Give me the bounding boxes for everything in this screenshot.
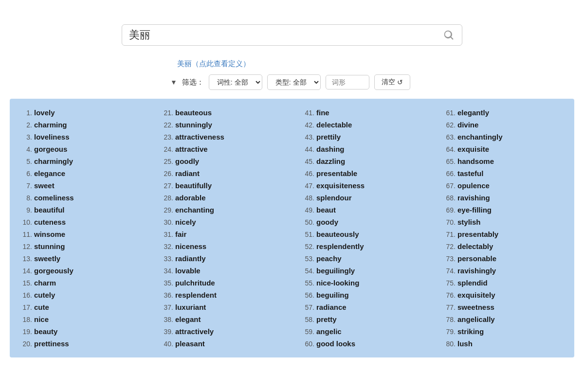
list-item[interactable]: 54.beguilingly [297,265,428,277]
word-number: 17. [16,303,32,311]
list-item[interactable]: 18.nice [15,313,146,325]
list-item[interactable]: 31.fair [156,228,287,240]
list-item[interactable]: 2.charming [15,119,146,131]
word-text: splendour [316,194,352,202]
list-item[interactable]: 21.beauteous [156,107,287,119]
list-item[interactable]: 20.prettiness [15,338,146,350]
list-item[interactable]: 49.beaut [297,204,428,216]
word-number: 21. [157,109,173,117]
list-item[interactable]: 58.pretty [297,313,428,325]
search-button[interactable] [442,29,455,41]
word-form-input[interactable] [326,75,369,89]
clear-button[interactable]: 清空 ↺ [374,74,410,90]
list-item[interactable]: 1.lovely [15,107,146,119]
list-item[interactable]: 66.tasteful [438,167,569,179]
list-item[interactable]: 26.radiant [156,167,287,179]
list-item[interactable]: 8.comeliness [15,192,146,204]
list-item[interactable]: 50.goody [297,216,428,228]
list-item[interactable]: 43.prettily [297,131,428,143]
word-text: radiantly [175,254,206,263]
list-item[interactable]: 36.resplendent [156,289,287,301]
list-item[interactable]: 25.goodly [156,155,287,167]
word-text: pulchritude [175,279,215,287]
list-item[interactable]: 16.cutely [15,289,146,301]
list-item[interactable]: 5.charmingly [15,155,146,167]
word-text: cute [34,303,49,311]
list-item[interactable]: 3.loveliness [15,131,146,143]
type-filter[interactable]: 类型: 全部 同义词 近义词 相关词 [267,74,321,90]
list-item[interactable]: 52.resplendently [297,240,428,252]
list-item[interactable]: 15.charm [15,277,146,289]
list-item[interactable]: 77.sweetness [438,301,569,313]
list-item[interactable]: 42.delectable [297,119,428,131]
list-item[interactable]: 80.lush [438,338,569,350]
list-item[interactable]: 76.exquisitely [438,289,569,301]
pos-filter[interactable]: 词性: 全部 名词 动词 形容词 副词 [209,74,262,90]
list-item[interactable]: 38.elegant [156,313,287,325]
list-item[interactable]: 47.exquisiteness [297,179,428,192]
list-item[interactable]: 33.radiantly [156,252,287,265]
word-number: 69. [439,206,456,214]
list-item[interactable]: 65.handsome [438,155,569,167]
list-item[interactable]: 75.splendid [438,277,569,289]
list-item[interactable]: 64.exquisite [438,143,569,155]
definition-link[interactable]: 美丽（点此查看定义） [177,59,250,68]
list-item[interactable]: 57.radiance [297,301,428,313]
list-item[interactable]: 9.beautiful [15,204,146,216]
results-column-1: 1.lovely2.charming3.loveliness4.gorgeous… [10,107,151,350]
word-text: beguilingly [316,267,355,275]
list-item[interactable]: 41.fine [297,107,428,119]
search-input[interactable] [129,29,442,41]
list-item[interactable]: 44.dashing [297,143,428,155]
list-item[interactable]: 70.stylish [438,216,569,228]
list-item[interactable]: 6.elegance [15,167,146,179]
list-item[interactable]: 72.delectably [438,240,569,252]
list-item[interactable]: 35.pulchritude [156,277,287,289]
list-item[interactable]: 68.ravishing [438,192,569,204]
list-item[interactable]: 67.opulence [438,179,569,192]
list-item[interactable]: 14.gorgeously [15,265,146,277]
list-item[interactable]: 48.splendour [297,192,428,204]
list-item[interactable]: 51.beauteously [297,228,428,240]
list-item[interactable]: 23.attractiveness [156,131,287,143]
list-item[interactable]: 28.adorable [156,192,287,204]
list-item[interactable]: 13.sweetly [15,252,146,265]
list-item[interactable]: 19.beauty [15,325,146,338]
list-item[interactable]: 32.niceness [156,240,287,252]
list-item[interactable]: 10.cuteness [15,216,146,228]
list-item[interactable]: 78.angelically [438,313,569,325]
list-item[interactable]: 30.nicely [156,216,287,228]
list-item[interactable]: 11.winsome [15,228,146,240]
word-number: 71. [439,231,456,238]
word-number: 33. [157,255,173,263]
list-item[interactable]: 61.elegantly [438,107,569,119]
list-item[interactable]: 12.stunning [15,240,146,252]
list-item[interactable]: 56.beguiling [297,289,428,301]
list-item[interactable]: 53.peachy [297,252,428,265]
list-item[interactable]: 46.presentable [297,167,428,179]
word-text: goody [316,218,338,226]
list-item[interactable]: 55.nice-looking [297,277,428,289]
list-item[interactable]: 63.enchantingly [438,131,569,143]
list-item[interactable]: 62.divine [438,119,569,131]
word-number: 76. [439,291,456,299]
list-item[interactable]: 34.lovable [156,265,287,277]
list-item[interactable]: 59.angelic [297,325,428,338]
list-item[interactable]: 27.beautifully [156,179,287,192]
list-item[interactable]: 17.cute [15,301,146,313]
list-item[interactable]: 37.luxuriant [156,301,287,313]
list-item[interactable]: 71.presentably [438,228,569,240]
list-item[interactable]: 45.dazzling [297,155,428,167]
list-item[interactable]: 74.ravishingly [438,265,569,277]
list-item[interactable]: 29.enchanting [156,204,287,216]
list-item[interactable]: 40.pleasant [156,338,287,350]
list-item[interactable]: 22.stunningly [156,119,287,131]
list-item[interactable]: 4.gorgeous [15,143,146,155]
list-item[interactable]: 39.attractively [156,325,287,338]
list-item[interactable]: 79.striking [438,325,569,338]
list-item[interactable]: 69.eye-filling [438,204,569,216]
list-item[interactable]: 60.good looks [297,338,428,350]
list-item[interactable]: 7.sweet [15,179,146,192]
list-item[interactable]: 73.personable [438,252,569,265]
list-item[interactable]: 24.attractive [156,143,287,155]
